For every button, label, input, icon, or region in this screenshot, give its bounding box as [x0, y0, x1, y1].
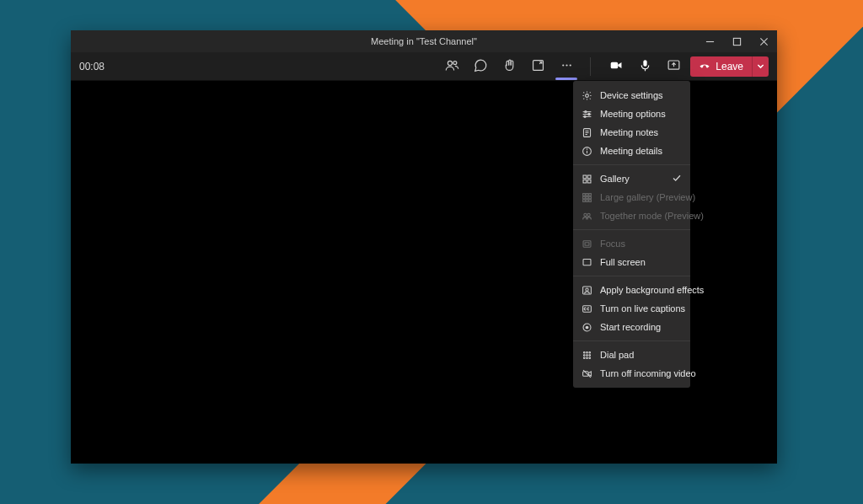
svg-point-9 [569, 64, 571, 66]
dialpad-icon [582, 350, 592, 361]
svg-point-7 [562, 64, 564, 66]
more-icon [560, 58, 574, 75]
people-icon [445, 58, 459, 75]
menu-item-label: Together mode (Preview) [600, 211, 704, 221]
menu-separator [573, 164, 690, 165]
chat-icon [474, 58, 488, 75]
menu-item-label: Meeting options [600, 109, 666, 119]
menu-item-label: Gallery [600, 174, 630, 184]
window-controls [698, 30, 775, 52]
mic-button[interactable] [636, 58, 653, 75]
gear-icon [582, 90, 592, 101]
menu-item-label: Meeting details [600, 146, 662, 156]
close-button[interactable] [752, 30, 775, 52]
toolbar-divider [590, 57, 591, 76]
svg-point-4 [448, 61, 452, 65]
rooms-button[interactable] [529, 58, 546, 75]
more-actions-menu: Device settingsMeeting optionsMeeting no… [573, 81, 690, 388]
menu-item-meeting-options[interactable]: Meeting options [573, 105, 690, 123]
camera-button[interactable] [608, 58, 624, 75]
chat-button[interactable] [472, 58, 489, 75]
minimize-button[interactable] [698, 30, 721, 52]
menu-item-label: Device settings [600, 90, 663, 100]
menu-item-live-captions[interactable]: Turn on live captions [573, 299, 690, 318]
call-timer: 00:08 [79, 61, 131, 72]
leave-button-label: Leave [716, 61, 743, 72]
record-icon [582, 322, 592, 333]
info-icon [582, 146, 592, 157]
maximize-button[interactable] [725, 30, 748, 52]
share-button[interactable] [665, 58, 682, 75]
more-actions-button[interactable] [558, 58, 575, 75]
menu-item-label: Start recording [600, 322, 661, 332]
fullscreen-icon [582, 257, 592, 268]
grid-icon [582, 174, 592, 185]
menu-item-focus: Focus [573, 234, 690, 253]
svg-point-8 [566, 64, 567, 66]
menu-item-dial-pad[interactable]: Dial pad [573, 346, 690, 364]
video-off-icon [582, 368, 592, 379]
person-bg-icon [582, 285, 592, 296]
leave-button[interactable]: Leave [690, 56, 769, 77]
svg-rect-10 [610, 62, 618, 68]
note-icon [582, 127, 592, 138]
leave-menu-button[interactable] [752, 56, 769, 77]
menu-item-gallery[interactable]: Gallery [573, 169, 690, 188]
svg-rect-11 [643, 60, 646, 67]
breakout-rooms-icon [531, 58, 545, 75]
active-indicator [555, 78, 577, 80]
window-title: Meeting in "Test Channel" [371, 36, 477, 46]
cc-icon [582, 303, 592, 314]
menu-item-label: Meeting notes [600, 127, 658, 137]
raise-hand-icon [502, 58, 517, 75]
menu-item-label: Dial pad [600, 350, 634, 360]
toolbar-icons [443, 57, 682, 76]
menu-item-large-gallery: Large gallery (Preview) [573, 188, 690, 206]
leave-button-main[interactable]: Leave [690, 59, 752, 73]
hang-up-icon [699, 59, 710, 73]
focus-icon [582, 239, 592, 249]
menu-separator [573, 229, 690, 230]
large-grid-icon [582, 192, 592, 203]
meeting-stage: Device settingsMeeting optionsMeeting no… [71, 81, 777, 464]
menu-item-label: Focus [600, 239, 625, 249]
menu-item-label: Turn off incoming video [600, 368, 696, 378]
desktop-background: Meeting in "Test Channel" 00:08 [0, 0, 863, 504]
menu-item-turn-off-incoming[interactable]: Turn off incoming video [573, 364, 690, 383]
svg-rect-1 [733, 38, 740, 45]
menu-item-meeting-details[interactable]: Meeting details [573, 142, 690, 160]
title-bar: Meeting in "Test Channel" [71, 30, 777, 52]
chevron-down-icon [757, 61, 764, 72]
menu-item-label: Turn on live captions [600, 303, 685, 314]
share-screen-icon [667, 58, 681, 75]
meeting-toolbar: 00:08 [71, 52, 777, 81]
menu-item-device-settings[interactable]: Device settings [573, 86, 690, 105]
camera-icon [609, 58, 624, 75]
reactions-button[interactable] [501, 58, 517, 75]
menu-item-together-mode: Together mode (Preview) [573, 206, 690, 225]
menu-separator [573, 340, 690, 341]
menu-item-meeting-notes[interactable]: Meeting notes [573, 123, 690, 142]
svg-point-5 [453, 61, 457, 64]
together-icon [582, 211, 592, 222]
menu-item-background-effects[interactable]: Apply background effects [573, 281, 690, 299]
microphone-icon [638, 58, 652, 75]
sliders-icon [582, 109, 592, 120]
menu-item-full-screen[interactable]: Full screen [573, 253, 690, 271]
menu-item-label: Apply background effects [600, 285, 704, 295]
menu-separator [573, 276, 690, 276]
menu-item-label: Large gallery (Preview) [600, 192, 695, 202]
teams-meeting-window: Meeting in "Test Channel" 00:08 [71, 30, 777, 464]
check-icon [672, 173, 682, 185]
menu-item-label: Full screen [600, 257, 646, 267]
participants-button[interactable] [443, 58, 460, 75]
menu-item-start-recording[interactable]: Start recording [573, 318, 690, 336]
